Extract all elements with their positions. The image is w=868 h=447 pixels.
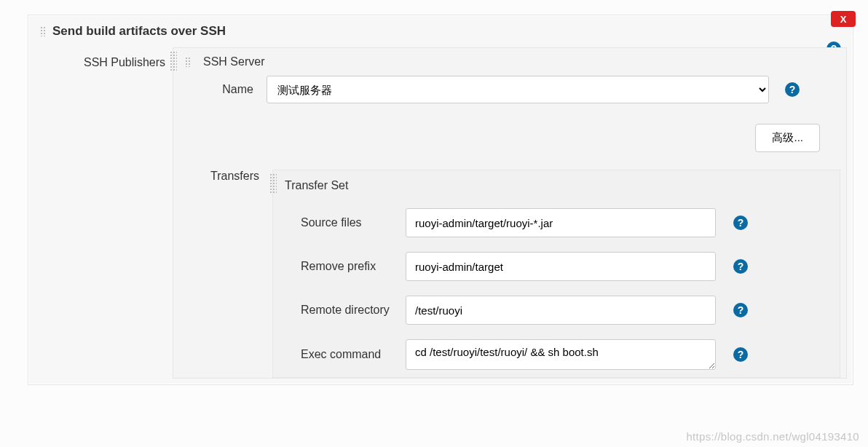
exec-command-label: Exec command	[283, 348, 406, 361]
drag-handle-icon[interactable]	[40, 26, 47, 36]
remote-directory-input[interactable]	[406, 296, 716, 325]
advanced-button[interactable]: 高级...	[755, 124, 820, 152]
ssh-publish-section: X Send build artifacts over SSH ? SSH Pu…	[28, 15, 853, 385]
help-icon[interactable]: ?	[733, 347, 748, 362]
help-icon[interactable]: ?	[785, 82, 800, 97]
transfer-set-box: Transfer Set Source files ? Remove prefi…	[272, 170, 840, 378]
section-header: Send build artifacts over SSH	[28, 15, 853, 47]
transfer-set-title: Transfer Set	[273, 170, 840, 201]
exec-command-input[interactable]: cd /test/ruoyi/test/ruoyi/ && sh boot.sh	[406, 339, 716, 370]
drag-handle-icon[interactable]	[185, 57, 192, 67]
help-icon[interactable]: ?	[733, 303, 748, 317]
drag-handle-icon[interactable]	[170, 51, 177, 71]
ssh-publisher-box: SSH Server Name 测试服务器 ? 高级... Transfers	[173, 47, 847, 379]
help-icon[interactable]: ?	[733, 259, 748, 274]
remove-prefix-label: Remove prefix	[283, 260, 406, 273]
section-title: Send build artifacts over SSH	[52, 24, 226, 39]
drag-handle-icon[interactable]	[269, 173, 277, 194]
watermark-text: https://blog.csdn.net/wgl04193410	[686, 430, 859, 443]
remote-directory-label: Remote directory	[283, 304, 406, 317]
transfers-label: Transfers	[173, 170, 267, 378]
name-label: Name	[173, 83, 267, 96]
source-files-input[interactable]	[406, 208, 716, 237]
remove-prefix-input[interactable]	[406, 252, 716, 281]
help-icon[interactable]: ?	[733, 215, 748, 230]
publishers-label: SSH Publishers	[28, 47, 173, 384]
source-files-label: Source files	[283, 216, 406, 229]
close-button[interactable]: X	[831, 11, 856, 27]
ssh-server-title: SSH Server	[203, 55, 264, 68]
server-name-select[interactable]: 测试服务器	[267, 76, 769, 103]
